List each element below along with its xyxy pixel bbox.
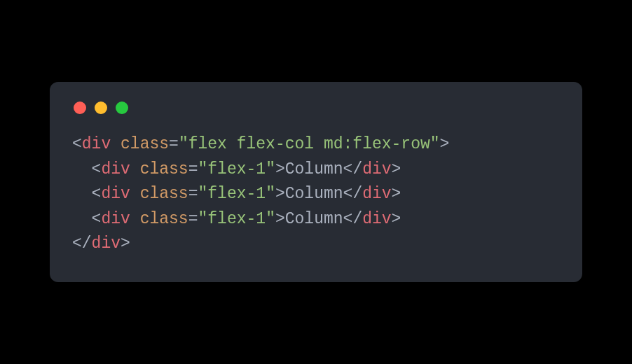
code-block: <div class="flex flex-col md:flex-row"> … — [72, 132, 560, 257]
code-line: <div class="flex-1">Column</div> — [72, 182, 560, 207]
traffic-lights — [72, 102, 560, 114]
minimize-icon — [95, 102, 107, 114]
code-line: <div class="flex-1">Column</div> — [72, 158, 560, 183]
code-line: </div> — [72, 232, 560, 257]
maximize-icon — [116, 102, 128, 114]
code-window: <div class="flex flex-col md:flex-row"> … — [50, 82, 582, 282]
close-icon — [74, 102, 86, 114]
code-line: <div class="flex flex-col md:flex-row"> — [72, 132, 560, 158]
code-line: <div class="flex-1">Column</div> — [72, 207, 560, 232]
